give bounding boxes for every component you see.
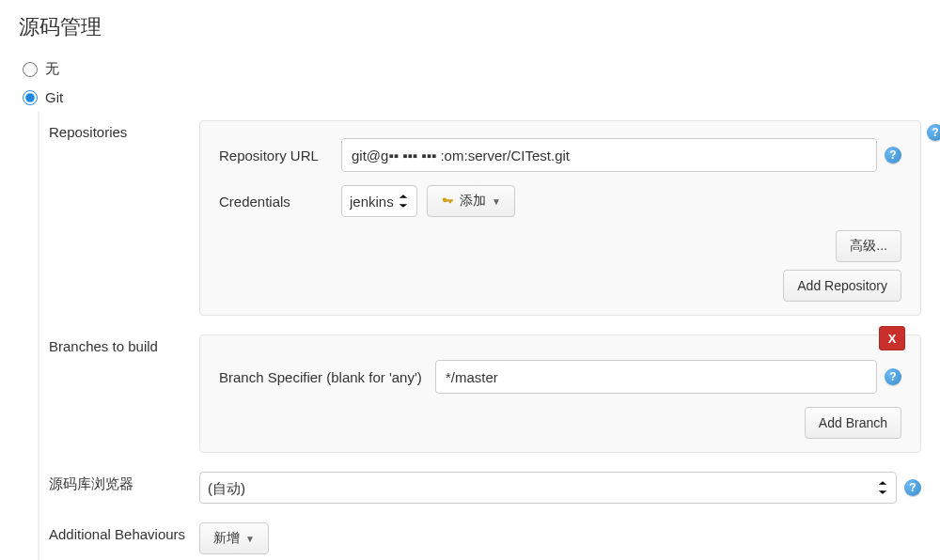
additional-behaviours-content: 新增 ▼ <box>199 522 921 554</box>
credentials-label: Credentials <box>219 194 341 210</box>
radio-none-label[interactable]: 无 <box>45 60 59 78</box>
key-icon <box>441 194 454 208</box>
branches-content: X Branch Specifier (blank for 'any') ? A… <box>199 334 921 453</box>
radio-git-label[interactable]: Git <box>45 89 63 105</box>
add-behaviour-label: 新增 <box>213 530 240 547</box>
add-credentials-button[interactable]: 添加 ▼ <box>427 185 515 217</box>
additional-behaviours-section: Additional Behaviours 新增 ▼ <box>39 513 921 560</box>
help-icon[interactable]: ? <box>885 147 901 163</box>
section-title: 源码管理 <box>19 9 921 54</box>
branch-specifier-label: Branch Specifier (blank for 'any') <box>219 369 435 385</box>
scm-option-git[interactable]: Git <box>19 84 921 111</box>
repo-url-input[interactable] <box>341 138 877 172</box>
branch-specifier-row: Branch Specifier (blank for 'any') ? <box>219 360 901 394</box>
delete-branch-button[interactable]: X <box>879 326 905 350</box>
repositories-section: Repositories ? Repository URL ? Credenti… <box>39 111 921 325</box>
credentials-select[interactable]: jenkins <box>341 185 417 217</box>
add-credentials-label: 添加 <box>460 193 486 210</box>
caret-down-icon: ▼ <box>492 196 501 207</box>
repositories-label: Repositories <box>39 120 199 140</box>
add-repository-button[interactable]: Add Repository <box>783 270 901 302</box>
radio-none[interactable] <box>23 62 38 77</box>
git-config-body: Repositories ? Repository URL ? Credenti… <box>38 111 921 560</box>
repo-browser-label: 源码库浏览器 <box>39 472 199 493</box>
repo-url-row: Repository URL ? <box>219 138 901 172</box>
help-icon[interactable]: ? <box>927 124 940 141</box>
repo-browser-content: (自动) ? <box>199 472 921 504</box>
repo-browser-select[interactable]: (自动) <box>199 472 897 504</box>
repository-panel: Repository URL ? Credentials jenkins <box>199 120 921 316</box>
additional-behaviours-label: Additional Behaviours <box>39 522 199 542</box>
branch-specifier-input[interactable] <box>435 360 877 394</box>
scm-option-none[interactable]: 无 <box>19 54 921 84</box>
credentials-row: Credentials jenkins 添加 ▼ <box>219 185 901 217</box>
add-behaviour-button[interactable]: 新增 ▼ <box>199 522 269 554</box>
add-branch-button[interactable]: Add Branch <box>805 407 901 439</box>
help-icon[interactable]: ? <box>885 368 901 385</box>
repo-browser-section: 源码库浏览器 (自动) ? <box>39 462 921 513</box>
caret-down-icon: ▼ <box>245 534 255 544</box>
repositories-content: ? Repository URL ? Credentials jenkins <box>199 120 921 316</box>
branches-section: Branches to build X Branch Specifier (bl… <box>39 325 921 462</box>
help-icon[interactable]: ? <box>904 479 921 496</box>
repo-url-label: Repository URL <box>219 148 341 163</box>
radio-git[interactable] <box>23 90 38 105</box>
branches-label: Branches to build <box>39 334 199 354</box>
branch-panel: X Branch Specifier (blank for 'any') ? A… <box>199 334 921 453</box>
advanced-button[interactable]: 高级... <box>836 230 901 262</box>
